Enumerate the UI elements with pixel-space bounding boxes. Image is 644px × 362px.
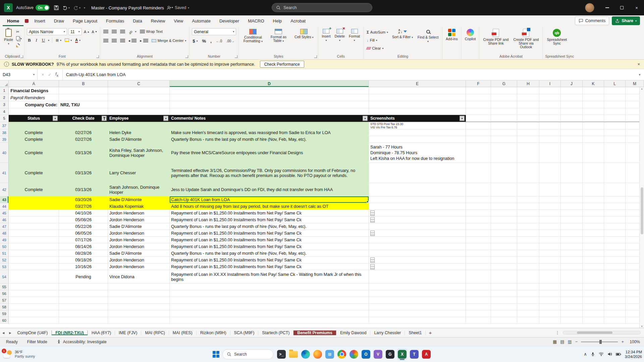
cell-J56[interactable] [561, 290, 583, 297]
previous-sheet-button[interactable]: ◂ [0, 328, 7, 337]
page-layout-view-button[interactable]: ▤ [560, 339, 564, 344]
col-header-J[interactable]: J [561, 80, 583, 87]
cell-B39[interactable]: 02/27/26 [59, 136, 108, 143]
cell-F52[interactable] [466, 257, 491, 263]
cell-A37[interactable] [9, 122, 59, 129]
cell-J43[interactable] [561, 196, 583, 203]
cell-A39[interactable]: Complete [9, 136, 59, 143]
cell-D3[interactable] [170, 101, 369, 108]
cell-C4[interactable] [108, 108, 170, 115]
cell-L58[interactable] [604, 304, 626, 310]
cell-H5[interactable] [517, 115, 539, 122]
minimize-button[interactable] [600, 0, 614, 15]
cell-I57[interactable] [539, 297, 561, 304]
cell-F2[interactable] [466, 94, 491, 101]
photos-icon[interactable] [349, 349, 359, 360]
delete-cells-button[interactable]: × Delete▾ [334, 28, 346, 43]
cell-F56[interactable] [466, 290, 491, 297]
cell-I39[interactable] [539, 136, 561, 143]
cell-I3[interactable] [539, 101, 561, 108]
cell-K41[interactable] [583, 163, 604, 183]
cell-I43[interactable] [539, 196, 561, 203]
cell-E46[interactable] [369, 217, 466, 223]
cell-I48[interactable] [539, 230, 561, 237]
header-cell-status[interactable]: Status▾ [9, 115, 59, 122]
zoom-slider-thumb[interactable] [599, 340, 602, 344]
cell-F4[interactable] [466, 108, 491, 115]
save-status[interactable]: • Saved ▾ [172, 5, 189, 10]
formula-input[interactable]: Catch-Up 401K Loan from LOA [63, 69, 635, 80]
cell-B44[interactable]: 03/27/26 [59, 203, 108, 210]
cell-H47[interactable] [517, 223, 539, 230]
cell-F60[interactable] [466, 317, 491, 324]
cell-C45[interactable]: Jordon Henderson [108, 210, 170, 217]
cell-B60[interactable] [59, 317, 108, 324]
hidden-icons-button[interactable]: ∧ [584, 352, 587, 357]
cell-E40[interactable]: Sarah - 77 HoursDominique - 78.75 HoursL… [369, 143, 466, 163]
cell-F42[interactable] [466, 183, 491, 196]
col-header-M[interactable]: M [626, 80, 644, 87]
macro-record-icon[interactable] [25, 19, 29, 23]
cell-H4[interactable] [517, 108, 539, 115]
weather-widget[interactable]: 1 36°F Partly sunny [3, 350, 35, 359]
ribbon-tab-help[interactable]: Help [269, 15, 286, 26]
expand-formula-bar-button[interactable]: ▾ [635, 69, 644, 80]
find-select-button[interactable]: Find & Select ▾ [416, 28, 440, 44]
sheet-tab-larry-chessler[interactable]: Larry Chessler [370, 330, 405, 335]
cell-A58[interactable] [9, 304, 59, 310]
increase-indent-button[interactable]: ▸ [139, 37, 149, 44]
col-header-F[interactable]: F [466, 80, 491, 87]
share-button[interactable]: Share ▾ [612, 16, 640, 25]
volume-icon[interactable] [607, 352, 612, 356]
cell-D1[interactable] [170, 87, 369, 94]
cell-J5[interactable] [561, 115, 583, 122]
row-header-57[interactable]: 57 [0, 297, 9, 304]
cell-J60[interactable] [561, 317, 583, 324]
cell-L4[interactable] [604, 108, 626, 115]
cell-F58[interactable] [466, 304, 491, 310]
row-header-43[interactable]: 43 [0, 196, 9, 203]
cell-C1[interactable] [108, 87, 170, 94]
cell-D4[interactable] [170, 108, 369, 115]
cell-E41[interactable] [369, 163, 466, 183]
cell-F57[interactable] [466, 297, 491, 304]
cell-L59[interactable] [604, 310, 626, 317]
paste-button[interactable]: Paste▾ [3, 28, 14, 46]
cell-H44[interactable] [517, 203, 539, 210]
cell-H60[interactable] [517, 317, 539, 324]
outlook-icon[interactable]: O [361, 349, 371, 360]
cell-H50[interactable] [517, 243, 539, 250]
cell-G50[interactable] [491, 243, 517, 250]
cell-D48[interactable]: Repayment of Loan in $1,250.00 Installme… [170, 230, 369, 237]
cell-I40[interactable] [539, 143, 561, 163]
cell-K3[interactable] [583, 101, 604, 108]
sheet-tab-haa-6y7[interactable]: HAA (6Y7) [88, 330, 115, 335]
cell-D51[interactable]: Quarterly Bonus - runs the last pay of m… [170, 250, 369, 257]
cell-K55[interactable] [583, 284, 604, 290]
comma-style-button[interactable]: , [210, 38, 212, 44]
cell-E43[interactable] [369, 196, 466, 203]
font-dialog-launcher[interactable] [96, 55, 99, 58]
cell-F1[interactable] [466, 87, 491, 94]
row-header-5[interactable]: 5 [0, 115, 9, 122]
cell-C46[interactable]: Jordon Henderson [108, 217, 170, 223]
sheet-tab-startech-pct[interactable]: Startech (PCT) [258, 330, 293, 335]
cell-G3[interactable] [491, 101, 517, 108]
cell-H2[interactable] [517, 94, 539, 101]
cell-F54[interactable] [466, 270, 491, 284]
cell-D40[interactable]: Pay these three MCS/CareSource emlpoyees… [170, 143, 369, 163]
cell-C43[interactable]: Sadie D'Alimonte [108, 196, 170, 203]
cell-F55[interactable] [466, 284, 491, 290]
zoom-slider[interactable] [581, 342, 618, 342]
col-header-B[interactable]: B [59, 80, 108, 87]
teams-icon[interactable]: T [409, 349, 419, 360]
next-sheet-button[interactable]: ▸ [7, 328, 13, 337]
ribbon-tab-developer[interactable]: Developer [215, 15, 244, 26]
cell-B2[interactable] [59, 94, 108, 101]
insert-cells-button[interactable]: + Insert▾ [321, 28, 331, 43]
cell-C51[interactable]: Sadie D'Alimonte [108, 250, 170, 257]
cell-A41[interactable]: Complete [9, 163, 59, 183]
cell-J45[interactable] [561, 210, 583, 217]
cell-H55[interactable] [517, 284, 539, 290]
cell-I58[interactable] [539, 304, 561, 310]
